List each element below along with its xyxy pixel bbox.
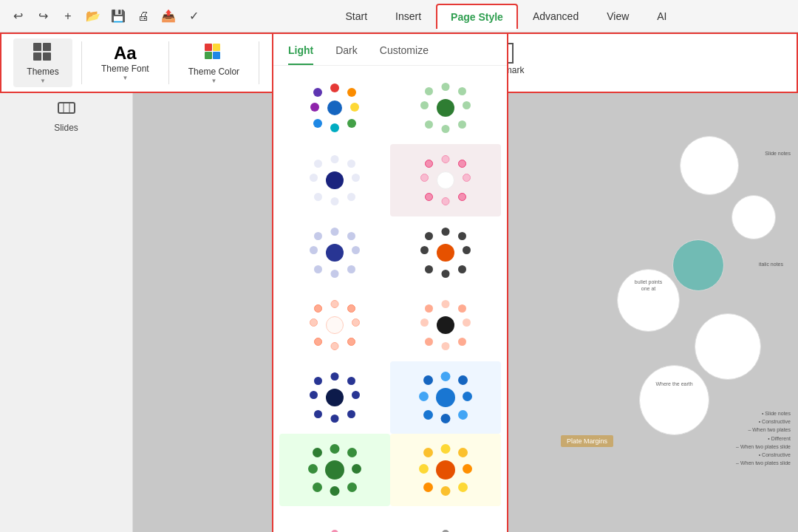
slides-label: Slides: [54, 123, 78, 133]
theme-color-icon: [202, 41, 225, 65]
sidebar-slides[interactable]: Slides: [37, 95, 96, 139]
save-icon[interactable]: 💾: [108, 6, 129, 27]
svg-rect-1: [43, 43, 51, 51]
theme-font-arrow: ▼: [122, 75, 128, 81]
divider-2: [168, 41, 169, 84]
svg-rect-4: [205, 44, 212, 51]
swatch-navy[interactable]: [279, 144, 390, 216]
theme-color-arrow: ▼: [211, 78, 216, 84]
svg-rect-15: [58, 103, 75, 113]
swatch-partial-1[interactable]: [279, 518, 390, 532]
color-wheel-blue-gradient: [420, 372, 471, 423]
themes-arrow: ▼: [40, 78, 46, 84]
color-wheel-green: [420, 82, 471, 134]
check-icon[interactable]: ✓: [183, 6, 204, 27]
tab-advanced[interactable]: Advanced: [519, 4, 592, 28]
swatch-peach[interactable]: [279, 289, 390, 361]
partial-swatches: [273, 512, 507, 532]
theme-color-dropdown: Light Dark Customize: [272, 33, 508, 532]
svg-rect-6: [205, 52, 212, 59]
color-wheel-partial-1: [313, 528, 357, 532]
swatch-partial-2[interactable]: [390, 518, 501, 532]
ribbon-theme-color[interactable]: Theme Color ▼: [178, 38, 250, 87]
svg-rect-2: [33, 52, 41, 61]
ribbon-themes[interactable]: Themes ▼: [13, 38, 72, 87]
themes-label: Themes: [27, 66, 58, 77]
slide-circle-2: [732, 195, 776, 239]
color-wheel-dark-orange: [420, 227, 471, 279]
swatch-yellow-orange[interactable]: [390, 434, 501, 506]
theme-font-label: Theme Font: [101, 64, 149, 74]
tab-light[interactable]: Light: [288, 44, 313, 65]
tab-insert[interactable]: Insert: [382, 4, 434, 28]
ribbon-theme-font[interactable]: Aa Theme Font ▼: [91, 38, 160, 87]
color-wheel-pink: [420, 154, 471, 206]
annotation-2: italic notes: [759, 262, 783, 267]
color-wheel-partial-2: [423, 528, 468, 532]
color-wheel-green-solid: [309, 444, 361, 496]
print-icon[interactable]: 🖨: [133, 6, 154, 27]
tab-ai[interactable]: AI: [644, 4, 680, 28]
color-wheel-peach-black: [420, 299, 471, 351]
svg-rect-7: [213, 52, 220, 59]
divider-1: [81, 41, 82, 84]
color-wheel-dark-navy: [309, 372, 361, 423]
dropdown-tabs: Light Dark Customize: [273, 34, 507, 66]
color-wheel-multicolor: [309, 82, 361, 134]
export-icon[interactable]: 📤: [158, 6, 179, 27]
swatch-peach-black[interactable]: [390, 289, 501, 361]
swatch-dark-navy[interactable]: [279, 361, 390, 434]
tab-start[interactable]: Start: [332, 4, 381, 28]
sidebar: Outline Slides: [0, 33, 133, 532]
slides-icon: [58, 100, 75, 120]
color-wheel-peach: [309, 299, 361, 351]
toolbar-left: ↩ ↪ + 📂 💾 🖨 📤 ✓: [7, 6, 204, 27]
swatch-blue-gradient[interactable]: [390, 361, 501, 434]
slide-circle-6: Where the earth: [639, 365, 709, 435]
tab-page-style[interactable]: Page Style: [436, 4, 518, 29]
new-icon[interactable]: +: [58, 6, 78, 27]
menu-tabs: Start Insert Page Style Advanced View AI: [222, 4, 791, 29]
swatch-dark-orange[interactable]: [390, 216, 501, 289]
undo-icon[interactable]: ↩: [7, 6, 28, 27]
tab-customize[interactable]: Customize: [380, 44, 429, 65]
swatch-green-solid[interactable]: [279, 434, 390, 506]
slide-circle-1: [680, 136, 739, 195]
theme-color-label: Theme Color: [188, 66, 239, 77]
color-wheel-navy: [309, 154, 361, 206]
menu-bar: ↩ ↪ + 📂 💾 🖨 📤 ✓ Start Insert Page Style …: [0, 0, 798, 33]
color-wheel-blue-dark: [309, 227, 361, 279]
swatch-blue-dark[interactable]: [279, 216, 390, 289]
redo-icon[interactable]: ↪: [33, 6, 53, 27]
color-wheel-yellow-orange: [420, 444, 471, 496]
svg-rect-0: [33, 43, 41, 51]
theme-font-icon: Aa: [114, 44, 137, 62]
swatches-grid: [273, 66, 507, 512]
swatch-pink-light[interactable]: [390, 144, 501, 216]
open-icon[interactable]: 📂: [83, 6, 103, 27]
divider-3: [259, 41, 259, 84]
tab-view[interactable]: View: [593, 4, 642, 28]
themes-icon: [32, 41, 54, 65]
main-canvas: bullet pointsone at Where the earth Slid…: [133, 33, 798, 532]
svg-rect-5: [213, 44, 220, 51]
annotation-1: Slide notes: [765, 151, 791, 156]
annotations-block: • Slide notes • Constructive – When two …: [736, 409, 791, 467]
plate-margins-label: Plate Margins: [561, 435, 613, 447]
swatch-multicolor[interactable]: [279, 72, 390, 144]
svg-rect-3: [43, 52, 51, 61]
slide-circle-4: bullet pointsone at: [617, 269, 680, 332]
slide-circle-3: [672, 239, 724, 291]
swatch-green-only[interactable]: [390, 72, 501, 144]
tab-dark[interactable]: Dark: [335, 44, 358, 65]
